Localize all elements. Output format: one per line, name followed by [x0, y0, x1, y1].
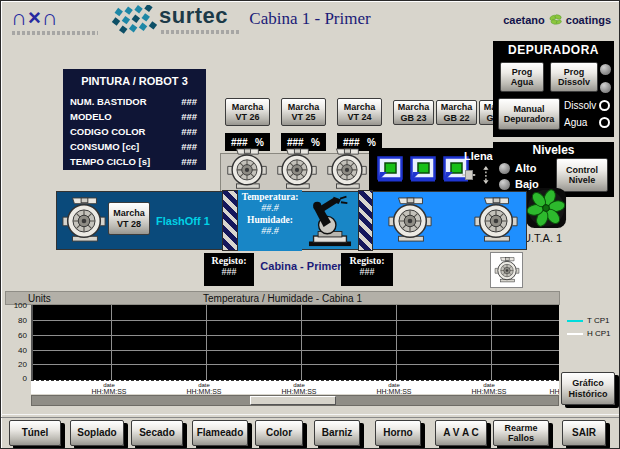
x-tick-label: dateHH:MM:SS — [377, 382, 412, 394]
pintura-row-value: ### — [181, 126, 197, 137]
nav-soplado-button[interactable]: Soplado — [70, 420, 124, 446]
blower-fan-icon — [61, 197, 107, 243]
bajo-led — [499, 179, 510, 190]
x-tick-label: dateHH:MM:SS — [282, 382, 317, 394]
cabin-fan-section — [373, 192, 526, 249]
registo-right-display: Registo: ### — [341, 253, 393, 286]
pipe-fittings-icon — [461, 165, 493, 185]
chart-legend: T CP1 H CP1 — [567, 314, 611, 340]
pintura-row-label: MODELO — [70, 111, 112, 122]
y-tick-label: 20 — [5, 360, 27, 369]
x-tick-label: dateHH:MM:SS — [187, 382, 222, 394]
small-fan-box — [490, 252, 523, 288]
chart-title: Temperatura / Humidade - Cabina 1 — [6, 293, 559, 304]
pintura-row: CODIGO COLOR ### — [70, 126, 197, 137]
nxn-logo-tagline — [12, 31, 98, 35]
blower-fan-icon — [387, 197, 433, 243]
brand-caetano-label: caetano — [503, 14, 545, 26]
valve-icon — [377, 156, 403, 182]
nav-secado-button[interactable]: Secado — [131, 420, 183, 446]
alto-label: Alto — [515, 162, 536, 174]
y-tick-label: 40 — [5, 346, 27, 355]
marcha-vt28-button[interactable]: MarchaVT 28 — [108, 202, 150, 235]
alto-led — [499, 163, 510, 174]
prog-agua-button[interactable]: ProgAgua — [500, 62, 544, 92]
registo-value: ### — [341, 266, 393, 277]
prog-dissolv-button[interactable]: ProgDissolv — [550, 62, 598, 92]
marcha-vt26-button[interactable]: MarchaVT 26 — [225, 98, 270, 126]
gridline — [111, 305, 112, 380]
y-tick-label: 100 — [5, 301, 27, 310]
flashoff-section: MarchaVT 28 FlashOff 1 — [57, 192, 222, 249]
y-tick-label: 80 — [5, 316, 27, 325]
nav-avac-button[interactable]: A V A C — [435, 420, 487, 446]
prog-agua-led — [600, 64, 611, 75]
gridline — [206, 305, 207, 380]
grafico-historico-button[interactable]: GráficoHistórico — [561, 372, 615, 405]
robot-arm-icon — [305, 194, 355, 247]
nav-flameado-button[interactable]: Flameado — [192, 420, 248, 446]
marcha-vt25-button[interactable]: MarchaVT 25 — [281, 98, 326, 126]
blower-fan-icon — [326, 148, 368, 190]
legend-swatch-hcp1 — [567, 333, 583, 335]
chart-scrollbar-track[interactable] — [31, 395, 559, 406]
pintura-row: CONSUMO [cc] ### — [70, 141, 197, 152]
temp-humidity-display: Temperatura: ##.# Humidade: ##.# — [238, 190, 302, 251]
chart-plot-area — [31, 305, 559, 380]
registo-label: Registo: — [204, 253, 254, 266]
pintura-row-label: NUM. BASTIDOR — [70, 96, 147, 107]
nav-rearme-fallos-button[interactable]: Rearme Fallos — [493, 420, 549, 446]
cabina-primer-label: Cabina - Primer — [251, 260, 351, 272]
dissolv-label: Dissolv — [564, 100, 596, 111]
humidade-label: Humidade: — [238, 213, 302, 225]
marcha-gb22-button[interactable]: MarchaGB 22 — [436, 100, 477, 125]
nav-horno-button[interactable]: Horno — [375, 420, 421, 446]
manual-depuradora-button[interactable]: ManualDepuradora — [498, 98, 560, 130]
temperatura-label: Temperatura: — [238, 190, 302, 202]
agua-indicator-row: Agua — [564, 117, 610, 128]
marcha-vt24-button[interactable]: MarchaVT 24 — [337, 98, 382, 126]
dissolv-indicator — [599, 100, 610, 111]
niveles-title: Niveles — [493, 142, 614, 157]
y-tick-label: 0 — [5, 374, 27, 383]
pintura-row-label: TEMPO CICLO [s] — [70, 156, 150, 167]
legend-entry: H CP1 — [567, 327, 611, 340]
blower-fan-icon — [226, 148, 268, 190]
nav-sair-button[interactable]: SAIR — [562, 420, 606, 446]
legend-swatch-tcp1 — [567, 320, 583, 322]
nav-barniz-button[interactable]: Barniz — [314, 420, 360, 446]
valve-icon — [410, 156, 436, 182]
chart-x-axis: dateHH:MM:SS dateHH:MM:SS dateHH:MM:SS d… — [31, 380, 559, 394]
nav-tunel-button[interactable]: Túnel — [9, 420, 61, 446]
legend-label: T CP1 — [587, 316, 610, 325]
pintura-row: NUM. BASTIDOR ### — [70, 96, 197, 107]
marcha-gb23-button[interactable]: MarchaGB 23 — [393, 100, 434, 125]
x-tick-label: dateHH:MM:SS — [550, 382, 560, 394]
chart-scrollbar-thumb[interactable] — [250, 396, 336, 405]
pintura-panel-title: PINTURA / ROBOT 3 — [63, 69, 206, 87]
gridline — [396, 305, 397, 380]
pintura-robot-panel: PINTURA / ROBOT 3 NUM. BASTIDOR ### MODE… — [63, 69, 206, 170]
prog-dissolv-led — [600, 82, 611, 93]
hmi-screen: ∩×∩ surtec Cabina 1 - Primer caetano coa… — [0, 0, 620, 449]
pintura-row-value: ### — [181, 96, 197, 107]
gridline — [301, 305, 302, 380]
caetano-coatings-logo: caetano coatings — [503, 12, 611, 27]
pintura-row-value: ### — [181, 111, 197, 122]
pintura-row: MODELO ### — [70, 111, 197, 122]
process-band: MarchaVT 28 FlashOff 1 Temperatura: ##.#… — [56, 191, 527, 250]
hatch-divider — [358, 190, 373, 251]
llenar-panel: Llenar — [369, 148, 493, 191]
pintura-row-value: ### — [181, 141, 197, 152]
depuradora-panel: DEPURADORA ProgAgua ProgDissolv ManualDe… — [493, 41, 614, 137]
leaf-icon — [547, 12, 564, 27]
pintura-row-value: ### — [181, 156, 197, 167]
surtec-logo-tagline — [161, 30, 239, 34]
robot-section — [302, 192, 358, 249]
nav-color-button[interactable]: Color — [255, 420, 303, 446]
x-tick-label: dateHH:MM:SS — [472, 382, 507, 394]
x-tick-label: dateHH:MM:SS — [92, 382, 127, 394]
uta-fan-icon — [525, 187, 567, 229]
chart-header-strip: Units Temperatura / Humidade - Cabina 1 — [5, 291, 560, 305]
y-tick-label: 60 — [5, 331, 27, 340]
